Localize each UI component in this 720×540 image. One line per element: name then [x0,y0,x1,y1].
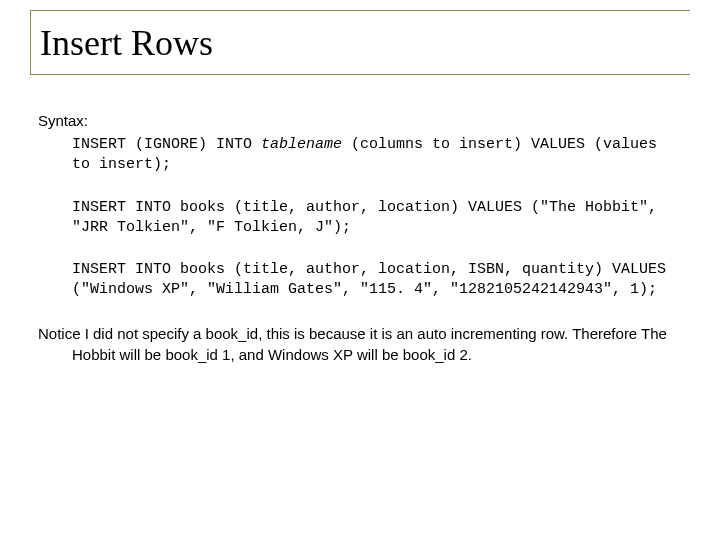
slide: Insert Rows Syntax: INSERT (IGNORE) INTO… [0,0,720,540]
slide-title: Insert Rows [40,22,213,64]
notice-text: Notice I did not specify a book_id, this… [38,323,682,365]
title-rule-left [30,10,31,74]
syntax-label: Syntax: [38,112,682,129]
code-example-1: INSERT INTO books (title, author, locati… [72,198,682,239]
content-area: Syntax: INSERT (IGNORE) INTO tablename (… [38,112,682,365]
code-italic: tablename [261,136,342,153]
code-example-2: INSERT INTO books (title, author, locati… [72,260,682,301]
code-text: INSERT (IGNORE) INTO [72,136,261,153]
title-rule-bottom [30,74,690,75]
notice-line: Notice I did not specify a book_id, this… [38,323,682,365]
title-rule-top [30,10,690,11]
code-syntax: INSERT (IGNORE) INTO tablename (columns … [72,135,682,176]
